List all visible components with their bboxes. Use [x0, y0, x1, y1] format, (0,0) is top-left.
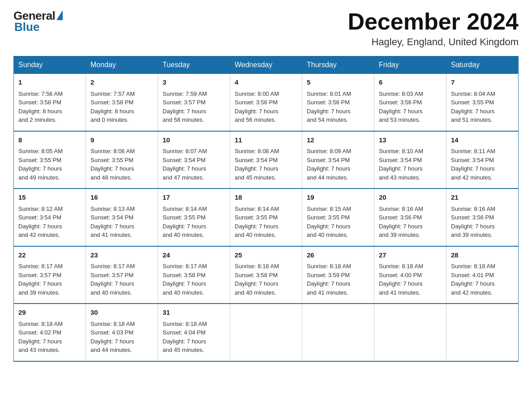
day-number: 7: [451, 77, 514, 88]
day-info: Sunrise: 8:18 AM Sunset: 4:03 PM Dayligh…: [90, 320, 153, 355]
day-info: Sunrise: 8:03 AM Sunset: 3:56 PM Dayligh…: [379, 90, 442, 124]
day-info: Sunrise: 7:57 AM Sunset: 3:58 PM Dayligh…: [90, 90, 153, 124]
calendar-day-cell: 2Sunrise: 7:57 AM Sunset: 3:58 PM Daylig…: [86, 74, 158, 131]
day-number: 13: [379, 135, 442, 146]
page-header: General Blue December 2024 Hagley, Engla…: [13, 9, 519, 48]
day-info: Sunrise: 8:00 AM Sunset: 3:56 PM Dayligh…: [235, 90, 297, 124]
calendar-week-row: 15Sunrise: 8:12 AM Sunset: 3:54 PM Dayli…: [14, 188, 519, 246]
header-thursday: Thursday: [302, 56, 374, 74]
calendar-week-row: 8Sunrise: 8:05 AM Sunset: 3:55 PM Daylig…: [14, 131, 519, 189]
calendar-day-cell: 7Sunrise: 8:04 AM Sunset: 3:55 PM Daylig…: [446, 74, 519, 131]
calendar-day-cell: 22Sunrise: 8:17 AM Sunset: 3:57 PM Dayli…: [14, 246, 86, 304]
day-info: Sunrise: 8:17 AM Sunset: 3:57 PM Dayligh…: [18, 262, 81, 297]
day-number: 25: [235, 250, 297, 261]
day-number: 30: [90, 308, 153, 318]
calendar-day-cell: 1Sunrise: 7:56 AM Sunset: 3:58 PM Daylig…: [14, 74, 86, 131]
calendar-day-cell: [302, 304, 374, 361]
day-info: Sunrise: 8:14 AM Sunset: 3:55 PM Dayligh…: [235, 205, 297, 240]
day-number: 11: [235, 135, 297, 146]
calendar-week-row: 1Sunrise: 7:56 AM Sunset: 3:58 PM Daylig…: [14, 74, 519, 131]
calendar-day-cell: 14Sunrise: 8:11 AM Sunset: 3:54 PM Dayli…: [446, 131, 519, 189]
day-info: Sunrise: 7:59 AM Sunset: 3:57 PM Dayligh…: [163, 90, 225, 124]
logo-blue-text: Blue: [14, 20, 39, 34]
header-wednesday: Wednesday: [230, 56, 302, 74]
day-info: Sunrise: 8:18 AM Sunset: 4:04 PM Dayligh…: [163, 320, 225, 355]
day-number: 31: [163, 308, 225, 318]
calendar-body: 1Sunrise: 7:56 AM Sunset: 3:58 PM Daylig…: [14, 74, 519, 361]
header-tuesday: Tuesday: [158, 56, 230, 74]
day-number: 23: [90, 250, 153, 261]
header-sunday: Sunday: [14, 56, 86, 74]
calendar-day-cell: 23Sunrise: 8:17 AM Sunset: 3:57 PM Dayli…: [86, 246, 158, 304]
day-number: 6: [379, 77, 442, 88]
logo: General Blue: [13, 9, 63, 34]
day-info: Sunrise: 8:14 AM Sunset: 3:55 PM Dayligh…: [163, 205, 225, 240]
day-info: Sunrise: 8:17 AM Sunset: 3:57 PM Dayligh…: [90, 262, 153, 297]
day-number: 26: [307, 250, 369, 261]
day-info: Sunrise: 8:13 AM Sunset: 3:54 PM Dayligh…: [90, 205, 153, 240]
day-number: 10: [163, 135, 225, 146]
calendar-header: SundayMondayTuesdayWednesdayThursdayFrid…: [14, 56, 519, 74]
day-info: Sunrise: 8:09 AM Sunset: 3:54 PM Dayligh…: [307, 147, 369, 182]
calendar-week-row: 29Sunrise: 8:18 AM Sunset: 4:02 PM Dayli…: [14, 304, 519, 361]
day-number: 20: [379, 193, 442, 203]
calendar-day-cell: 25Sunrise: 8:18 AM Sunset: 3:58 PM Dayli…: [230, 246, 302, 304]
calendar-day-cell: 17Sunrise: 8:14 AM Sunset: 3:55 PM Dayli…: [158, 188, 230, 246]
calendar-day-cell: 18Sunrise: 8:14 AM Sunset: 3:55 PM Dayli…: [230, 188, 302, 246]
day-number: 14: [451, 135, 514, 146]
day-header-row: SundayMondayTuesdayWednesdayThursdayFrid…: [14, 56, 519, 74]
calendar-day-cell: 20Sunrise: 8:16 AM Sunset: 3:56 PM Dayli…: [374, 188, 446, 246]
calendar-day-cell: 11Sunrise: 8:08 AM Sunset: 3:54 PM Dayli…: [230, 131, 302, 189]
day-info: Sunrise: 8:18 AM Sunset: 4:01 PM Dayligh…: [451, 262, 514, 297]
day-info: Sunrise: 8:18 AM Sunset: 4:00 PM Dayligh…: [379, 262, 442, 297]
calendar-day-cell: 9Sunrise: 8:06 AM Sunset: 3:55 PM Daylig…: [86, 131, 158, 189]
day-number: 24: [163, 250, 225, 261]
calendar-day-cell: 16Sunrise: 8:13 AM Sunset: 3:54 PM Dayli…: [86, 188, 158, 246]
calendar-day-cell: 3Sunrise: 7:59 AM Sunset: 3:57 PM Daylig…: [158, 74, 230, 131]
calendar-day-cell: 28Sunrise: 8:18 AM Sunset: 4:01 PM Dayli…: [446, 246, 519, 304]
calendar-day-cell: 30Sunrise: 8:18 AM Sunset: 4:03 PM Dayli…: [86, 304, 158, 361]
day-number: 15: [18, 193, 81, 203]
calendar-day-cell: 31Sunrise: 8:18 AM Sunset: 4:04 PM Dayli…: [158, 304, 230, 361]
day-number: 8: [18, 135, 81, 146]
calendar-day-cell: [374, 304, 446, 361]
day-info: Sunrise: 8:01 AM Sunset: 3:56 PM Dayligh…: [307, 90, 369, 124]
day-number: 5: [307, 77, 369, 88]
day-info: Sunrise: 8:17 AM Sunset: 3:58 PM Dayligh…: [163, 262, 225, 297]
day-number: 4: [235, 77, 297, 88]
day-info: Sunrise: 8:06 AM Sunset: 3:55 PM Dayligh…: [90, 147, 153, 182]
day-info: Sunrise: 8:10 AM Sunset: 3:54 PM Dayligh…: [379, 147, 442, 182]
day-info: Sunrise: 7:56 AM Sunset: 3:58 PM Dayligh…: [18, 90, 81, 124]
day-number: 19: [307, 193, 369, 203]
calendar-day-cell: 10Sunrise: 8:07 AM Sunset: 3:54 PM Dayli…: [158, 131, 230, 189]
day-info: Sunrise: 8:08 AM Sunset: 3:54 PM Dayligh…: [235, 147, 297, 182]
day-info: Sunrise: 8:18 AM Sunset: 3:59 PM Dayligh…: [307, 262, 369, 297]
calendar-day-cell: 19Sunrise: 8:15 AM Sunset: 3:55 PM Dayli…: [302, 188, 374, 246]
header-friday: Friday: [374, 56, 446, 74]
calendar-day-cell: 4Sunrise: 8:00 AM Sunset: 3:56 PM Daylig…: [230, 74, 302, 131]
day-number: 3: [163, 77, 225, 88]
calendar-day-cell: 24Sunrise: 8:17 AM Sunset: 3:58 PM Dayli…: [158, 246, 230, 304]
day-number: 1: [18, 77, 81, 88]
day-number: 16: [90, 193, 153, 203]
day-info: Sunrise: 8:18 AM Sunset: 3:58 PM Dayligh…: [235, 262, 297, 297]
calendar-week-row: 22Sunrise: 8:17 AM Sunset: 3:57 PM Dayli…: [14, 246, 519, 304]
day-number: 12: [307, 135, 369, 146]
calendar-table: SundayMondayTuesdayWednesdayThursdayFrid…: [13, 56, 519, 362]
day-info: Sunrise: 8:05 AM Sunset: 3:55 PM Dayligh…: [18, 147, 81, 182]
calendar-day-cell: 12Sunrise: 8:09 AM Sunset: 3:54 PM Dayli…: [302, 131, 374, 189]
day-number: 17: [163, 193, 225, 203]
calendar-day-cell: 21Sunrise: 8:16 AM Sunset: 3:56 PM Dayli…: [446, 188, 519, 246]
day-number: 18: [235, 193, 297, 203]
day-number: 21: [451, 193, 514, 203]
day-info: Sunrise: 8:07 AM Sunset: 3:54 PM Dayligh…: [163, 147, 225, 182]
day-number: 28: [451, 250, 514, 261]
day-number: 9: [90, 135, 153, 146]
location-text: Hagley, England, United Kingdom: [348, 36, 519, 48]
calendar-day-cell: [446, 304, 519, 361]
header-monday: Monday: [86, 56, 158, 74]
day-info: Sunrise: 8:16 AM Sunset: 3:56 PM Dayligh…: [379, 205, 442, 240]
day-info: Sunrise: 8:04 AM Sunset: 3:55 PM Dayligh…: [451, 90, 514, 124]
header-right: December 2024 Hagley, England, United Ki…: [348, 9, 519, 48]
day-number: 2: [90, 77, 153, 88]
